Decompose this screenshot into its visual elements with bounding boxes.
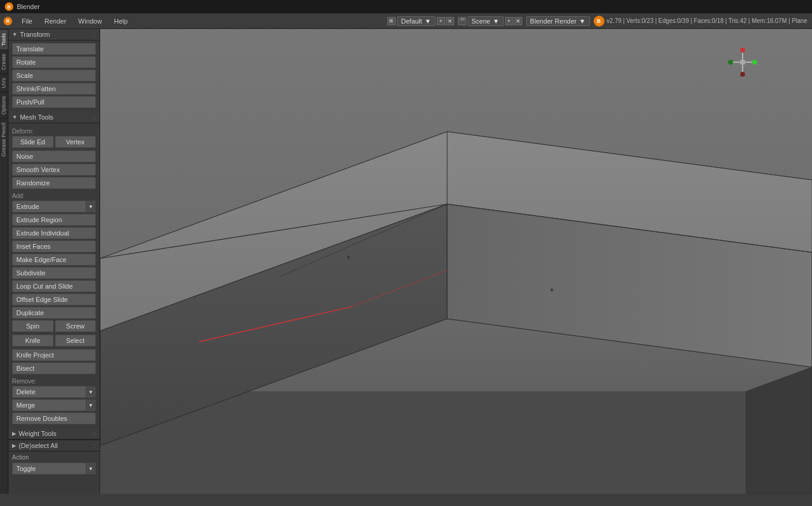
spin-btn[interactable]: Spin xyxy=(12,320,54,332)
action-toggle-dropdown[interactable]: Toggle ▼ xyxy=(12,463,96,475)
svg-point-14 xyxy=(550,289,553,292)
delete-arrow-icon: ▼ xyxy=(86,386,95,397)
menu-render[interactable]: Render xyxy=(39,13,72,29)
app-title: Blender xyxy=(17,3,40,10)
noise-btn[interactable]: Noise xyxy=(12,150,96,162)
action-toggle-arrow-icon: ▼ xyxy=(86,463,95,474)
merge-label: Merge xyxy=(13,400,86,411)
bisect-btn[interactable]: Bisect xyxy=(12,362,96,374)
transform-grip-icon: :: xyxy=(93,31,96,37)
action-section: Action Toggle ▼ xyxy=(8,451,100,478)
sidebar-tab-options[interactable]: Options xyxy=(0,92,8,118)
extrude-individual-btn[interactable]: Extrude Individual xyxy=(12,227,96,239)
smooth-vertex-btn[interactable]: Smooth Vertex xyxy=(12,164,96,176)
sidebar-tab-tools[interactable]: Tools xyxy=(0,29,8,50)
transform-collapse-icon: ▼ xyxy=(12,31,17,37)
remove-label: Remove: xyxy=(12,376,96,386)
svg-point-13 xyxy=(347,256,350,259)
weight-tools-collapse-icon: ▶ xyxy=(12,431,16,437)
rotate-btn[interactable]: Rotate xyxy=(12,56,96,68)
svg-point-29 xyxy=(740,59,746,65)
blender-icon: B xyxy=(4,17,12,25)
viewport[interactable]: User Ortho Meters xyxy=(100,29,812,494)
nav-gizmo-svg xyxy=(728,47,758,77)
extrude-dropdown[interactable]: Extrude ▼ xyxy=(12,200,96,213)
deselect-all-row[interactable]: ▶ (De)select All :: xyxy=(8,440,100,451)
shrink-fatten-btn[interactable]: Shrink/Fatten xyxy=(12,83,96,95)
offset-edge-slide-btn[interactable]: Offset Edge Slide xyxy=(12,293,96,306)
slide-edge-btn[interactable]: Slide Ed xyxy=(12,136,54,148)
transform-panel-content: Translate Rotate Scale Shrink/Fatten Pus… xyxy=(8,40,100,112)
version-info: v2.79 | Verts:0/23 | Edges:0/39 | Faces:… xyxy=(607,18,807,24)
extrude-label: Extrude xyxy=(13,201,86,212)
deselect-grip-icon: :: xyxy=(93,443,96,449)
svg-point-25 xyxy=(740,48,745,53)
inset-faces-btn[interactable]: Inset Faces xyxy=(12,240,96,252)
render-engine-dropdown[interactable]: Blender Render ▼ xyxy=(526,16,590,26)
sidebar-tab-uvs[interactable]: UVs xyxy=(0,74,8,92)
add-label: Add: xyxy=(12,190,96,200)
nav-gizmo[interactable] xyxy=(728,47,758,77)
duplicate-btn[interactable]: Duplicate xyxy=(12,307,96,319)
mesh-tools-collapse-icon: ▼ xyxy=(12,114,17,120)
randomize-btn[interactable]: Randomize xyxy=(12,177,96,189)
loop-cut-slide-btn[interactable]: Loop Cut and Slide xyxy=(12,280,96,292)
mesh-tools-panel-header[interactable]: ▼ Mesh Tools :: xyxy=(8,112,100,123)
scale-btn[interactable]: Scale xyxy=(12,69,96,82)
extrude-arrow-icon: ▼ xyxy=(86,201,95,212)
menu-file[interactable]: File xyxy=(16,13,39,29)
deselect-all-label: (De)select All xyxy=(19,442,58,449)
merge-arrow-icon: ▼ xyxy=(86,400,95,411)
scene-icon: 🎬 xyxy=(458,17,466,25)
merge-dropdown[interactable]: Merge ▼ xyxy=(12,399,96,411)
transform-panel-title: Transform xyxy=(20,31,50,38)
knife-btn[interactable]: Knife xyxy=(12,335,54,347)
deselect-collapse-icon: ▶ xyxy=(12,443,16,449)
weight-tools-grip-icon: :: xyxy=(93,431,96,437)
mesh-tools-panel-content: Deform: Slide Ed Vertex Noise Smooth Ver… xyxy=(8,123,100,428)
vertex-btn[interactable]: Vertex xyxy=(55,136,97,148)
slide-vertex-row: Slide Ed Vertex xyxy=(12,136,96,149)
transform-panel-header[interactable]: ▼ Transform :: xyxy=(8,29,100,40)
svg-point-27 xyxy=(752,60,757,65)
screw-btn[interactable]: Screw xyxy=(55,320,97,332)
select-btn[interactable]: Select xyxy=(55,335,97,347)
layout-icon: ⊞ xyxy=(387,17,396,25)
action-toggle-label: Toggle xyxy=(13,463,86,474)
remove-screen-btn[interactable]: ✕ xyxy=(446,17,454,25)
knife-select-row: Knife Select xyxy=(12,335,96,348)
action-label: Action xyxy=(12,454,96,461)
menu-bar: B File Render Window Help ⊞ Default ▼ + … xyxy=(0,13,812,29)
make-edge-face-btn[interactable]: Make Edge/Face xyxy=(12,254,96,266)
remove-doubles-btn[interactable]: Remove Doubles xyxy=(12,412,96,424)
delete-dropdown[interactable]: Delete ▼ xyxy=(12,386,96,398)
translate-btn[interactable]: Translate xyxy=(12,43,96,55)
weight-tools-panel-header[interactable]: ▶ Weight Tools :: xyxy=(8,428,100,440)
mesh-tools-panel-title: Mesh Tools xyxy=(20,114,53,121)
blender-logo-icon: B xyxy=(5,2,13,11)
scene-svg xyxy=(100,29,812,494)
layout-dropdown[interactable]: Default ▼ xyxy=(397,16,436,26)
tool-panel: ▼ Transform :: Translate Rotate Scale Sh… xyxy=(8,29,100,494)
scene-dropdown[interactable]: Scene ▼ xyxy=(468,16,504,26)
push-pull-btn[interactable]: Push/Pull xyxy=(12,96,96,108)
main-area: Tools Create UVs Options Grease Pencil ▼… xyxy=(0,29,812,494)
version-logo: B xyxy=(594,16,604,27)
knife-project-btn[interactable]: Knife Project xyxy=(12,349,96,361)
spin-screw-row: Spin Screw xyxy=(12,320,96,333)
remove-scene-btn[interactable]: ✕ xyxy=(514,17,522,25)
sidebar-tab-create[interactable]: Create xyxy=(0,50,8,74)
menu-help[interactable]: Help xyxy=(108,13,134,29)
delete-label: Delete xyxy=(13,386,86,397)
add-screen-btn[interactable]: + xyxy=(437,17,445,25)
deform-label: Deform: xyxy=(12,126,96,136)
extrude-region-btn[interactable]: Extrude Region xyxy=(12,214,96,226)
sidebar-tab-grease-pencil[interactable]: Grease Pencil xyxy=(0,118,8,161)
title-bar: B Blender xyxy=(0,0,812,13)
weight-tools-title: Weight Tools xyxy=(19,430,57,437)
subdivide-btn[interactable]: Subdivide xyxy=(12,267,96,279)
svg-point-26 xyxy=(740,72,745,77)
sidebar-tabs: Tools Create UVs Options Grease Pencil xyxy=(0,29,8,494)
menu-window[interactable]: Window xyxy=(72,13,108,29)
add-scene-btn[interactable]: + xyxy=(505,17,513,25)
